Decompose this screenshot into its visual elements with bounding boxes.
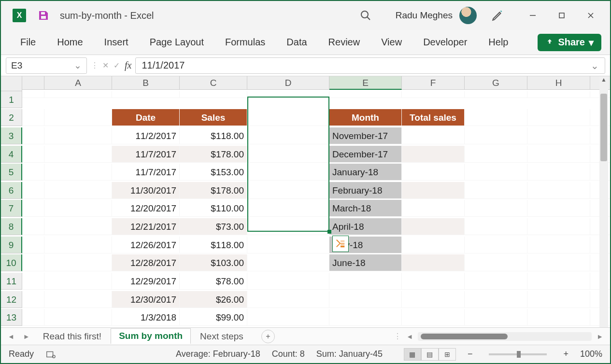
cell[interactable]: $99.00: [180, 309, 247, 326]
cell[interactable]: $103.00: [180, 254, 247, 271]
row-header[interactable]: 7: [1, 200, 22, 217]
minimize-button[interactable]: [518, 6, 547, 25]
cell[interactable]: [247, 182, 329, 199]
cell[interactable]: December-17: [329, 146, 402, 163]
cell[interactable]: 12/30/2017: [112, 291, 180, 308]
cell[interactable]: [527, 237, 590, 253]
row-header[interactable]: 1: [1, 91, 22, 108]
cell[interactable]: $178.00: [180, 182, 247, 199]
cell[interactable]: [402, 127, 465, 144]
spreadsheet-grid[interactable]: ABCDEFGHI12DateSalesMonthTotal sales311/…: [1, 76, 610, 327]
cell[interactable]: [527, 109, 590, 126]
avatar[interactable]: [459, 7, 477, 24]
cell[interactable]: $153.00: [180, 164, 247, 181]
cell[interactable]: [527, 91, 590, 98]
cell[interactable]: [112, 91, 180, 98]
cell[interactable]: [465, 291, 527, 308]
row-header[interactable]: 5: [1, 164, 22, 181]
cell[interactable]: [44, 91, 112, 98]
cell[interactable]: [402, 291, 465, 308]
cell[interactable]: [44, 109, 112, 126]
cell[interactable]: [247, 109, 329, 126]
cell[interactable]: 11/7/2017: [112, 164, 180, 181]
cell[interactable]: Month: [329, 109, 402, 126]
zoom-slider[interactable]: [489, 353, 547, 355]
cell[interactable]: [44, 182, 112, 199]
horizontal-scrollbar[interactable]: [418, 332, 592, 341]
search-icon[interactable]: [360, 10, 371, 21]
hscroll-left[interactable]: ◄: [402, 333, 417, 340]
tab-view[interactable]: View: [370, 30, 412, 55]
cell[interactable]: [527, 218, 590, 235]
tab-insert[interactable]: Insert: [94, 30, 139, 55]
row-header[interactable]: 10: [1, 254, 22, 271]
cell[interactable]: [44, 309, 112, 326]
cell[interactable]: $78.00: [180, 273, 247, 290]
cell[interactable]: $110.00: [180, 200, 247, 217]
tab-formulas[interactable]: Formulas: [214, 30, 276, 55]
row-header[interactable]: 2: [1, 109, 22, 126]
cell[interactable]: [527, 309, 590, 326]
cell[interactable]: [527, 273, 590, 290]
fill-handle[interactable]: [327, 230, 331, 234]
cell[interactable]: [465, 237, 527, 253]
cell[interactable]: 12/26/2017: [112, 237, 180, 253]
cell[interactable]: [527, 146, 590, 163]
cell[interactable]: November-17: [329, 127, 402, 144]
cell[interactable]: Total sales: [402, 109, 465, 126]
view-page-break-button[interactable]: ⊞: [439, 348, 456, 361]
row-header[interactable]: 8: [1, 218, 22, 235]
name-box[interactable]: E3 ⌄: [6, 57, 87, 74]
cell[interactable]: June-18: [329, 254, 402, 271]
cell[interactable]: [247, 254, 329, 271]
chevron-down-icon[interactable]: ⌄: [74, 60, 82, 71]
row-header[interactable]: 13: [1, 309, 22, 326]
cell[interactable]: [465, 273, 527, 290]
cell[interactable]: [247, 291, 329, 308]
hscroll-right[interactable]: ►: [593, 333, 607, 340]
column-header[interactable]: D: [247, 76, 329, 90]
cell[interactable]: Sales: [180, 109, 247, 126]
vertical-scrollbar[interactable]: ▲: [599, 76, 608, 327]
cell[interactable]: [402, 91, 465, 98]
tab-review[interactable]: Review: [318, 30, 371, 55]
sheet-nav-prev[interactable]: ◄: [4, 333, 18, 340]
cell[interactable]: [247, 309, 329, 326]
row-header[interactable]: 3: [1, 127, 22, 144]
cell[interactable]: [402, 182, 465, 199]
column-header[interactable]: E: [329, 76, 402, 90]
view-normal-button[interactable]: ▦: [404, 348, 421, 361]
cell[interactable]: [527, 254, 590, 271]
cell[interactable]: 11/2/2017: [112, 127, 180, 144]
cell[interactable]: [44, 237, 112, 253]
cell[interactable]: [247, 273, 329, 290]
cell[interactable]: [44, 146, 112, 163]
column-header[interactable]: G: [465, 76, 527, 90]
cell[interactable]: 12/21/2017: [112, 218, 180, 235]
cell[interactable]: [402, 146, 465, 163]
cell[interactable]: April-18: [329, 218, 402, 235]
cell[interactable]: [329, 309, 402, 326]
maximize-button[interactable]: [547, 6, 576, 25]
cell[interactable]: 11/7/2017: [112, 146, 180, 163]
cell[interactable]: [465, 218, 527, 235]
cell[interactable]: [44, 164, 112, 181]
cell[interactable]: 12/28/2017: [112, 254, 180, 271]
cell[interactable]: [402, 218, 465, 235]
row-header[interactable]: 9: [1, 237, 22, 253]
tab-home[interactable]: Home: [46, 30, 93, 55]
tab-developer[interactable]: Developer: [412, 30, 478, 55]
column-header[interactable]: C: [180, 76, 247, 90]
scroll-up-icon[interactable]: ▲: [601, 76, 607, 83]
row-header[interactable]: 11: [1, 273, 22, 290]
tab-file[interactable]: File: [10, 30, 46, 55]
cell[interactable]: [465, 127, 527, 144]
cell[interactable]: [465, 91, 527, 98]
view-page-layout-button[interactable]: ▤: [421, 348, 439, 361]
column-header[interactable]: A: [44, 76, 112, 90]
scrollbar-thumb[interactable]: [600, 94, 607, 161]
close-button[interactable]: [576, 6, 605, 25]
cell[interactable]: $118.00: [180, 237, 247, 253]
chevron-down-icon[interactable]: ⌄: [591, 60, 599, 71]
cell[interactable]: January-18: [329, 164, 402, 181]
